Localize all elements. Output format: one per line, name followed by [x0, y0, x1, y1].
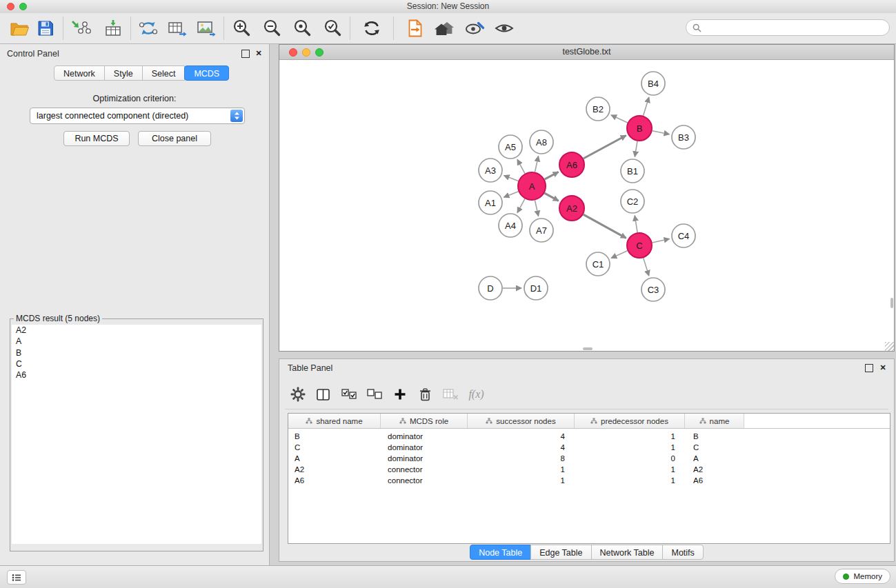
mcds-result-item[interactable]: B	[12, 347, 261, 358]
toggle-graphics-details-button[interactable]	[491, 15, 517, 41]
tab-motifs[interactable]: Motifs	[662, 545, 703, 560]
graph-node-C3[interactable]: C3	[641, 278, 665, 301]
vertical-scrollbar-thumb[interactable]	[890, 298, 893, 308]
network-canvas[interactable]: B4B2BB3A8A5A6B1A3AC2A1A2A4A7C4CC1C3DD1	[279, 60, 894, 351]
close-panel-button[interactable]: Close panel	[138, 131, 211, 146]
graph-edge-B-B4[interactable]	[644, 97, 649, 116]
open-session-button[interactable]	[6, 15, 32, 41]
network-window-titlebar[interactable]: testGlobe.txt	[279, 45, 894, 60]
function-builder-button[interactable]: f(x)	[464, 382, 489, 407]
table-panel-close-button[interactable]: ✕	[879, 364, 887, 372]
graph-edge-C-C4[interactable]	[653, 239, 670, 242]
graph-edge-C-C1[interactable]	[611, 251, 628, 258]
clone-network-button[interactable]	[135, 15, 161, 41]
graph-node-C4[interactable]: C4	[672, 224, 695, 247]
tab-select[interactable]: Select	[142, 65, 186, 81]
graph-edge-A-A6[interactable]	[545, 172, 559, 179]
graph-node-A5[interactable]: A5	[499, 135, 522, 159]
table-row[interactable]: B dominator 4 1 B	[288, 431, 890, 442]
mcds-result-item[interactable]: A2	[12, 325, 261, 336]
graph-node-C[interactable]: C	[627, 233, 652, 258]
network-graph[interactable]: B4B2BB3A8A5A6B1A3AC2A1A2A4A7C4CC1C3DD1	[279, 60, 894, 351]
mcds-result-item[interactable]: A6	[12, 369, 261, 381]
graph-edge-B-B2[interactable]	[611, 115, 628, 123]
network-minimize-light[interactable]	[302, 48, 310, 57]
table-row[interactable]: A dominator 8 0 A	[288, 453, 890, 464]
tab-network-table[interactable]: Network Table	[591, 545, 664, 560]
tab-network[interactable]: Network	[54, 65, 105, 81]
delete-table-button[interactable]	[438, 382, 464, 407]
deselect-all-rows-button[interactable]	[361, 382, 387, 407]
delete-column-button[interactable]	[412, 382, 438, 407]
import-table-from-file-button[interactable]	[100, 15, 126, 41]
graph-node-A2[interactable]: A2	[559, 196, 584, 221]
network-close-light[interactable]	[289, 48, 297, 57]
resize-grip[interactable]	[885, 342, 894, 351]
toggle-annotations-button[interactable]	[461, 15, 488, 41]
show-columns-button[interactable]	[310, 382, 336, 407]
tab-edge-table[interactable]: Edge Table	[530, 545, 591, 560]
toolbar-search[interactable]	[686, 19, 890, 36]
column-header-name[interactable]: name	[685, 414, 744, 428]
graph-edge-B-B1[interactable]	[635, 141, 637, 157]
zoom-out-button[interactable]	[259, 15, 285, 41]
close-window-light[interactable]	[7, 3, 14, 10]
table-row[interactable]: A2 connector 1 1 A2	[288, 464, 890, 475]
graph-edge-A6-B[interactable]	[584, 135, 626, 158]
graph-node-B[interactable]: B	[627, 116, 652, 141]
table-panel-float-button[interactable]	[865, 364, 873, 372]
graph-node-C2[interactable]: C2	[621, 190, 644, 213]
graph-node-C1[interactable]: C1	[586, 252, 610, 276]
graph-edge-A-A3[interactable]	[504, 176, 519, 181]
tab-style[interactable]: Style	[104, 65, 143, 81]
import-network-from-file-button[interactable]	[68, 15, 94, 41]
save-session-button[interactable]	[32, 15, 59, 41]
open-starter-panel-button[interactable]	[402, 15, 428, 41]
zoom-fit-button[interactable]	[289, 15, 315, 41]
graph-edge-A-A7[interactable]	[535, 201, 538, 216]
graph-edge-C-C3[interactable]	[644, 258, 649, 276]
zoom-selected-button[interactable]	[319, 15, 346, 41]
column-header-successor-nodes[interactable]: successor nodes	[468, 414, 575, 428]
column-header-predecessor-nodes[interactable]: predecessor nodes	[575, 414, 685, 428]
graph-edge-A2-C[interactable]	[584, 214, 626, 238]
graph-node-D[interactable]: D	[479, 276, 502, 300]
tab-mcds[interactable]: MCDS	[184, 65, 229, 81]
graph-node-B2[interactable]: B2	[586, 97, 610, 121]
graph-node-B1[interactable]: B1	[621, 159, 644, 183]
export-image-button[interactable]	[193, 15, 219, 41]
graph-node-A1[interactable]: A1	[479, 191, 502, 214]
graph-node-A4[interactable]: A4	[499, 214, 522, 237]
graph-node-A7[interactable]: A7	[530, 219, 553, 242]
mcds-result-item[interactable]: C	[12, 358, 261, 369]
graph-node-A6[interactable]: A6	[559, 152, 584, 177]
table-row[interactable]: A6 connector 1 1 A6	[288, 475, 890, 486]
create-column-button[interactable]	[387, 382, 412, 407]
graph-edge-B-B3[interactable]	[653, 131, 670, 134]
network-zoom-light[interactable]	[315, 48, 323, 57]
table-row[interactable]: C dominator 4 1 C	[288, 442, 890, 453]
horizontal-scrollbar-thumb[interactable]	[583, 347, 593, 350]
memory-button[interactable]: Memory	[835, 569, 890, 584]
select-all-rows-button[interactable]	[336, 382, 361, 407]
column-header-shared-name[interactable]: shared name	[288, 414, 381, 428]
column-header-mcds-role[interactable]: MCDS role	[381, 414, 468, 428]
zoom-window-light[interactable]	[19, 3, 27, 10]
graph-edge-A-A8[interactable]	[535, 156, 538, 172]
graph-node-A8[interactable]: A8	[530, 130, 553, 154]
graph-node-A3[interactable]: A3	[479, 159, 502, 182]
run-mcds-button[interactable]: Run MCDS	[63, 131, 130, 146]
graph-node-B4[interactable]: B4	[641, 72, 665, 95]
graph-edge-A-A2[interactable]	[544, 193, 558, 201]
zoom-in-button[interactable]	[228, 15, 255, 41]
criterion-dropdown[interactable]: largest connected component (directed)	[30, 108, 245, 124]
control-panel-float-button[interactable]	[241, 50, 250, 58]
graph-edge-A-A1[interactable]	[504, 192, 518, 197]
cybrowser-home-button[interactable]	[432, 15, 458, 41]
table-settings-button[interactable]	[285, 382, 310, 407]
graph-edge-C-C2[interactable]	[635, 216, 637, 232]
control-panel-close-button[interactable]: ✕	[255, 50, 263, 58]
graph-node-D1[interactable]: D1	[524, 276, 548, 300]
show-panels-button[interactable]	[7, 570, 26, 585]
export-table-button[interactable]	[164, 15, 190, 41]
